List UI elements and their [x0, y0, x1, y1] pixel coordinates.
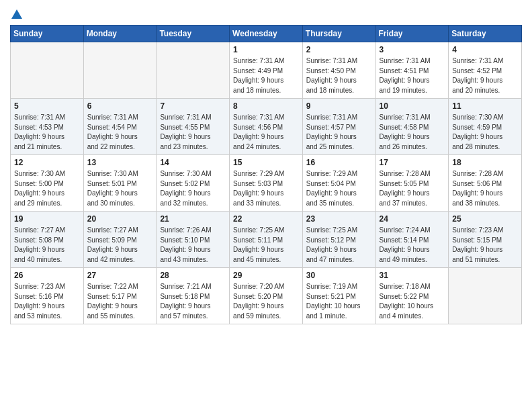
day-number: 2	[306, 45, 372, 54]
calendar-cell	[83, 42, 157, 99]
day-info: Sunrise: 7:28 AM Sunset: 5:06 PM Dayligh…	[452, 169, 518, 208]
calendar-cell: 13Sunrise: 7:30 AM Sunset: 5:01 PM Dayli…	[83, 155, 157, 212]
weekday-header-wednesday: Wednesday	[230, 26, 303, 42]
calendar-cell: 15Sunrise: 7:29 AM Sunset: 5:03 PM Dayli…	[230, 155, 303, 212]
day-number: 9	[306, 101, 372, 111]
day-number: 10	[380, 101, 445, 111]
day-info: Sunrise: 7:28 AM Sunset: 5:05 PM Dayligh…	[380, 169, 445, 208]
day-info: Sunrise: 7:31 AM Sunset: 4:58 PM Dayligh…	[380, 113, 445, 152]
calendar-week-row: 12Sunrise: 7:30 AM Sunset: 5:00 PM Dayli…	[11, 155, 522, 212]
day-info: Sunrise: 7:31 AM Sunset: 4:56 PM Dayligh…	[233, 113, 299, 152]
day-number: 6	[87, 101, 153, 111]
weekday-header-tuesday: Tuesday	[157, 26, 230, 42]
day-number: 27	[87, 271, 153, 280]
weekday-header-friday: Friday	[375, 26, 449, 42]
day-info: Sunrise: 7:25 AM Sunset: 5:12 PM Dayligh…	[306, 226, 372, 265]
day-info: Sunrise: 7:31 AM Sunset: 4:55 PM Dayligh…	[160, 113, 226, 152]
calendar-cell: 10Sunrise: 7:31 AM Sunset: 4:58 PM Dayli…	[375, 99, 449, 155]
calendar-cell: 29Sunrise: 7:20 AM Sunset: 5:20 PM Dayli…	[230, 268, 303, 324]
day-number: 28	[160, 271, 226, 280]
day-info: Sunrise: 7:19 AM Sunset: 5:21 PM Dayligh…	[306, 282, 372, 321]
day-info: Sunrise: 7:31 AM Sunset: 4:49 PM Dayligh…	[233, 56, 299, 95]
day-info: Sunrise: 7:23 AM Sunset: 5:16 PM Dayligh…	[14, 282, 80, 321]
day-number: 23	[306, 214, 372, 224]
day-number: 8	[233, 101, 299, 111]
day-info: Sunrise: 7:23 AM Sunset: 5:15 PM Dayligh…	[452, 226, 518, 265]
day-number: 11	[452, 101, 518, 111]
calendar-cell: 6Sunrise: 7:31 AM Sunset: 4:54 PM Daylig…	[83, 99, 157, 155]
calendar-cell	[157, 42, 230, 99]
calendar-cell: 25Sunrise: 7:23 AM Sunset: 5:15 PM Dayli…	[449, 212, 522, 268]
calendar-cell: 19Sunrise: 7:27 AM Sunset: 5:08 PM Dayli…	[11, 212, 84, 268]
day-info: Sunrise: 7:31 AM Sunset: 4:50 PM Dayligh…	[306, 56, 372, 95]
calendar-cell: 4Sunrise: 7:31 AM Sunset: 4:52 PM Daylig…	[449, 42, 522, 99]
calendar-cell: 20Sunrise: 7:27 AM Sunset: 5:09 PM Dayli…	[83, 212, 157, 268]
calendar-cell: 23Sunrise: 7:25 AM Sunset: 5:12 PM Dayli…	[302, 212, 375, 268]
day-number: 5	[14, 101, 80, 111]
calendar-cell: 14Sunrise: 7:30 AM Sunset: 5:02 PM Dayli…	[157, 155, 230, 212]
day-info: Sunrise: 7:31 AM Sunset: 4:57 PM Dayligh…	[306, 113, 372, 152]
weekday-header-monday: Monday	[83, 26, 157, 42]
logo	[10, 7, 22, 21]
day-info: Sunrise: 7:21 AM Sunset: 5:18 PM Dayligh…	[160, 282, 226, 321]
calendar-cell: 22Sunrise: 7:25 AM Sunset: 5:11 PM Dayli…	[230, 212, 303, 268]
weekday-header-sunday: Sunday	[11, 26, 84, 42]
calendar-cell: 27Sunrise: 7:22 AM Sunset: 5:17 PM Dayli…	[83, 268, 157, 324]
day-number: 21	[160, 214, 226, 224]
day-number: 17	[380, 158, 445, 167]
day-info: Sunrise: 7:29 AM Sunset: 5:03 PM Dayligh…	[233, 169, 299, 208]
calendar-week-row: 1Sunrise: 7:31 AM Sunset: 4:49 PM Daylig…	[11, 42, 522, 99]
calendar-cell: 31Sunrise: 7:18 AM Sunset: 5:22 PM Dayli…	[375, 268, 449, 324]
calendar-cell: 1Sunrise: 7:31 AM Sunset: 4:49 PM Daylig…	[230, 42, 303, 99]
day-info: Sunrise: 7:25 AM Sunset: 5:11 PM Dayligh…	[233, 226, 299, 265]
calendar-week-row: 26Sunrise: 7:23 AM Sunset: 5:16 PM Dayli…	[11, 268, 522, 324]
weekday-header-saturday: Saturday	[449, 26, 522, 42]
day-number: 1	[233, 45, 299, 54]
day-info: Sunrise: 7:24 AM Sunset: 5:14 PM Dayligh…	[380, 226, 445, 265]
day-number: 22	[233, 214, 299, 224]
day-info: Sunrise: 7:30 AM Sunset: 5:01 PM Dayligh…	[87, 169, 153, 208]
day-info: Sunrise: 7:30 AM Sunset: 4:59 PM Dayligh…	[452, 113, 518, 152]
day-number: 18	[452, 158, 518, 167]
day-number: 29	[233, 271, 299, 280]
weekday-header-row: SundayMondayTuesdayWednesdayThursdayFrid…	[11, 26, 522, 42]
calendar-cell: 11Sunrise: 7:30 AM Sunset: 4:59 PM Dayli…	[449, 99, 522, 155]
day-info: Sunrise: 7:20 AM Sunset: 5:20 PM Dayligh…	[233, 282, 299, 321]
calendar-cell: 16Sunrise: 7:29 AM Sunset: 5:04 PM Dayli…	[302, 155, 375, 212]
day-info: Sunrise: 7:30 AM Sunset: 5:02 PM Dayligh…	[160, 169, 226, 208]
day-info: Sunrise: 7:31 AM Sunset: 4:51 PM Dayligh…	[380, 56, 445, 95]
calendar-cell: 17Sunrise: 7:28 AM Sunset: 5:05 PM Dayli…	[375, 155, 449, 212]
page: SundayMondayTuesdayWednesdayThursdayFrid…	[0, 0, 532, 334]
calendar-cell: 7Sunrise: 7:31 AM Sunset: 4:55 PM Daylig…	[157, 99, 230, 155]
calendar-cell: 8Sunrise: 7:31 AM Sunset: 4:56 PM Daylig…	[230, 99, 303, 155]
calendar-cell: 9Sunrise: 7:31 AM Sunset: 4:57 PM Daylig…	[302, 99, 375, 155]
calendar-cell: 28Sunrise: 7:21 AM Sunset: 5:18 PM Dayli…	[157, 268, 230, 324]
calendar-table: SundayMondayTuesdayWednesdayThursdayFrid…	[10, 25, 522, 324]
day-number: 24	[380, 214, 445, 224]
day-number: 15	[233, 158, 299, 167]
day-info: Sunrise: 7:29 AM Sunset: 5:04 PM Dayligh…	[306, 169, 372, 208]
day-info: Sunrise: 7:30 AM Sunset: 5:00 PM Dayligh…	[14, 169, 80, 208]
weekday-header-thursday: Thursday	[302, 26, 375, 42]
day-number: 4	[452, 45, 518, 54]
calendar-cell: 2Sunrise: 7:31 AM Sunset: 4:50 PM Daylig…	[302, 42, 375, 99]
day-number: 13	[87, 158, 153, 167]
day-number: 19	[14, 214, 80, 224]
day-info: Sunrise: 7:18 AM Sunset: 5:22 PM Dayligh…	[380, 282, 445, 321]
day-number: 7	[160, 101, 226, 111]
calendar-cell: 18Sunrise: 7:28 AM Sunset: 5:06 PM Dayli…	[449, 155, 522, 212]
day-info: Sunrise: 7:31 AM Sunset: 4:52 PM Dayligh…	[452, 56, 518, 95]
calendar-cell: 30Sunrise: 7:19 AM Sunset: 5:21 PM Dayli…	[302, 268, 375, 324]
calendar-week-row: 19Sunrise: 7:27 AM Sunset: 5:08 PM Dayli…	[11, 212, 522, 268]
day-number: 30	[306, 271, 372, 280]
day-number: 31	[380, 271, 445, 280]
day-number: 25	[452, 214, 518, 224]
header	[10, 7, 522, 21]
calendar-cell: 5Sunrise: 7:31 AM Sunset: 4:53 PM Daylig…	[11, 99, 84, 155]
day-number: 12	[14, 158, 80, 167]
calendar-week-row: 5Sunrise: 7:31 AM Sunset: 4:53 PM Daylig…	[11, 99, 522, 155]
calendar-cell: 12Sunrise: 7:30 AM Sunset: 5:00 PM Dayli…	[11, 155, 84, 212]
calendar-cell: 3Sunrise: 7:31 AM Sunset: 4:51 PM Daylig…	[375, 42, 449, 99]
day-info: Sunrise: 7:31 AM Sunset: 4:53 PM Dayligh…	[14, 113, 80, 152]
day-number: 14	[160, 158, 226, 167]
